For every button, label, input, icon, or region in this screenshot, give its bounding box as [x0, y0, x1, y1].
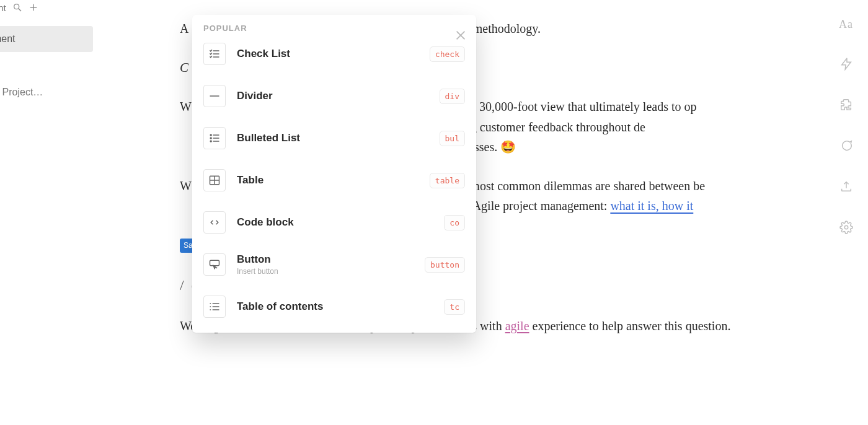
slash-command-popup: POPULAR Check ListcheckDividerdivBullete… — [192, 15, 476, 333]
popup-heading: POPULAR — [203, 24, 465, 33]
extension-icon[interactable] — [839, 98, 853, 112]
sidebar-item-label: Teams Project… — [0, 87, 43, 97]
checklist-icon — [203, 43, 226, 65]
popup-item-title: Button — [237, 253, 414, 266]
popup-item-button[interactable]: ButtonInsert buttonbutton — [203, 243, 465, 286]
search-icon[interactable] — [12, 2, 22, 12]
popup-item-title: Bulleted List — [237, 132, 428, 144]
action-rail: Aa — [839, 19, 853, 234]
code-icon — [203, 211, 226, 234]
svg-rect-21 — [210, 260, 219, 265]
popup-item-divider[interactable]: Dividerdiv — [203, 75, 465, 117]
sidebar-item-teams[interactable]: Teams Project… — [0, 87, 93, 98]
svg-point-5 — [844, 226, 848, 229]
popup-item-table[interactable]: Tabletable — [203, 159, 465, 201]
popup-item-code-block[interactable]: Code blockco — [203, 201, 465, 243]
sidebar: ement ement Teams Project… — [0, 0, 93, 425]
link-what-it-is[interactable]: what it is, how it — [610, 199, 693, 212]
svg-point-0 — [14, 4, 19, 9]
svg-point-16 — [210, 138, 211, 139]
popup-item-table-of-contents[interactable]: Table of contentstc — [203, 286, 465, 328]
table-icon — [203, 169, 226, 191]
toc-icon — [203, 296, 226, 318]
sidebar-item-selected[interactable]: ement — [0, 26, 93, 52]
close-icon[interactable] — [454, 28, 467, 42]
typography-button[interactable]: Aa — [839, 19, 853, 30]
popup-item-check-list[interactable]: Check Listcheck — [203, 33, 465, 75]
bulleted-icon — [203, 127, 226, 149]
plus-icon[interactable] — [29, 2, 38, 12]
sidebar-item-label: ement — [0, 33, 15, 44]
sidebar-title: ement — [0, 2, 6, 13]
popup-item-title: Table of contents — [237, 300, 433, 313]
settings-icon[interactable] — [839, 221, 853, 234]
popup-item-shortcut: co — [444, 215, 465, 230]
app-root: ement ement Teams Project… Aa A ent meth… — [0, 0, 868, 425]
popup-item-title: Check List — [237, 48, 418, 60]
popup-item-shortcut: button — [425, 257, 465, 273]
divider-icon — [203, 85, 226, 107]
button-icon — [203, 253, 226, 276]
popup-item-title: Divider — [237, 90, 428, 102]
popup-list: Check ListcheckDividerdivBulleted Listbu… — [203, 33, 465, 328]
sidebar-header: ement — [0, 0, 93, 15]
lightning-icon[interactable] — [839, 57, 853, 71]
bottom-fade — [0, 369, 868, 425]
share-icon[interactable] — [839, 180, 853, 193]
svg-point-17 — [210, 141, 211, 142]
popup-item-shortcut: bul — [440, 131, 465, 146]
popup-item-bulleted-list[interactable]: Bulleted Listbul — [203, 117, 465, 159]
spellcheck-word[interactable]: agile — [505, 319, 529, 333]
popup-item-shortcut: check — [430, 46, 465, 62]
comment-icon[interactable] — [839, 139, 853, 152]
popup-item-shortcut: table — [430, 173, 465, 188]
popup-item-title: Table — [237, 174, 418, 186]
svg-point-15 — [210, 134, 211, 136]
popup-item-subtitle: Insert button — [237, 267, 414, 276]
popup-item-shortcut: div — [440, 89, 465, 104]
popup-item-title: Code block — [237, 216, 433, 229]
svg-line-1 — [19, 9, 21, 11]
popup-item-shortcut: tc — [444, 299, 465, 315]
